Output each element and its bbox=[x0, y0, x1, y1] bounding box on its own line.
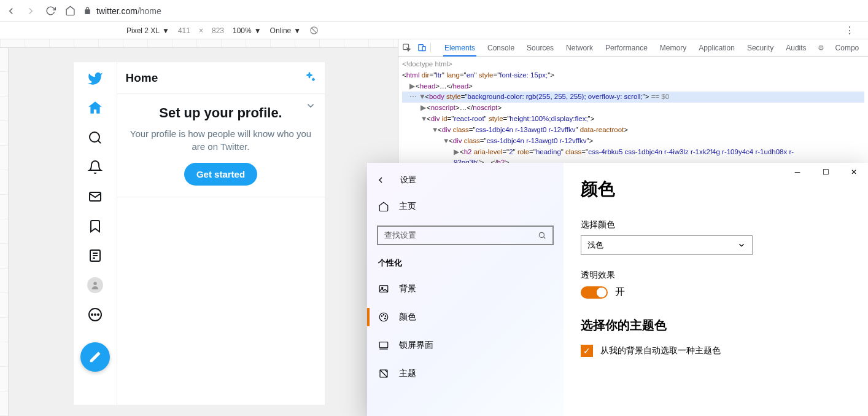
svg-point-11 bbox=[91, 314, 93, 315]
avatar[interactable] bbox=[87, 277, 103, 293]
device-toggle-icon[interactable] bbox=[417, 43, 427, 52]
settings-title: 设置 bbox=[400, 175, 416, 186]
lock-icon bbox=[83, 7, 91, 15]
svg-rect-26 bbox=[379, 342, 388, 348]
settings-search[interactable]: 查找设置 bbox=[377, 226, 554, 245]
accent-auto-label: 从我的背景自动选取一种主题色 bbox=[600, 345, 721, 356]
svg-point-12 bbox=[95, 314, 96, 315]
get-started-button[interactable]: Get started bbox=[184, 163, 257, 186]
viewport-width[interactable]: 411 bbox=[178, 26, 190, 35]
tab-console[interactable]: Console bbox=[486, 44, 516, 52]
tab-memory[interactable]: Memory bbox=[659, 44, 688, 52]
viewport-height[interactable]: 823 bbox=[212, 26, 224, 35]
transparency-label: 透明效果 bbox=[581, 270, 851, 281]
lockscreen-icon bbox=[378, 340, 389, 351]
svg-point-24 bbox=[385, 316, 386, 317]
settings-sidebar: 设置 主页 查找设置 个性化 背景 颜色 锁屏界面 主题 bbox=[367, 163, 564, 416]
close-button[interactable]: ✕ bbox=[840, 163, 868, 181]
bookmark-icon[interactable] bbox=[87, 218, 103, 234]
browser-toolbar: twitter.com/home bbox=[0, 0, 868, 22]
inspect-icon[interactable] bbox=[402, 43, 411, 52]
twitter-logo-icon[interactable] bbox=[87, 71, 103, 87]
settings-content: ─ ☐ ✕ 颜色 选择颜色 浅色 透明效果 开 选择你的主题色 ✓ 从我的背景自… bbox=[564, 163, 868, 416]
page-title: Home bbox=[126, 71, 158, 85]
theme-icon bbox=[378, 368, 389, 379]
bell-icon[interactable] bbox=[87, 159, 103, 175]
svg-rect-16 bbox=[422, 47, 425, 51]
back-button[interactable] bbox=[5, 5, 17, 17]
device-select[interactable]: Pixel 2 XL ▼ bbox=[126, 26, 169, 35]
svg-line-3 bbox=[98, 141, 100, 143]
chevron-down-icon[interactable] bbox=[305, 100, 316, 111]
svg-point-22 bbox=[381, 316, 382, 317]
ruler-left bbox=[0, 48, 9, 416]
twitter-nav-rail bbox=[74, 62, 117, 405]
maximize-button[interactable]: ☐ bbox=[812, 163, 840, 181]
kebab-icon[interactable]: ⋮ bbox=[845, 25, 854, 36]
tab-elements[interactable]: Elements bbox=[443, 44, 476, 57]
sidebar-home[interactable]: 主页 bbox=[367, 192, 564, 221]
svg-point-17 bbox=[539, 232, 544, 237]
palette-icon bbox=[378, 312, 389, 323]
tab-application[interactable]: Application bbox=[697, 44, 736, 52]
svg-point-2 bbox=[90, 132, 99, 142]
sidebar-item-background[interactable]: 背景 bbox=[367, 275, 564, 303]
accent-auto-checkbox[interactable]: ✓ bbox=[581, 345, 593, 357]
devtools-tabs: Elements Console Sources Network Perform… bbox=[398, 39, 868, 57]
search-placeholder: 查找设置 bbox=[384, 230, 416, 241]
card-title: Set up your profile. bbox=[127, 105, 315, 121]
sidebar-item-lockscreen[interactable]: 锁屏界面 bbox=[367, 331, 564, 359]
svg-point-23 bbox=[383, 315, 384, 316]
search-icon[interactable] bbox=[87, 130, 103, 146]
svg-point-9 bbox=[93, 282, 96, 285]
twitter-header: Home bbox=[117, 62, 325, 94]
search-icon bbox=[538, 231, 546, 240]
tab-audits[interactable]: Audits bbox=[785, 44, 807, 52]
section-label: 个性化 bbox=[367, 254, 564, 275]
tab-performance[interactable]: Performance bbox=[604, 44, 649, 52]
svg-point-25 bbox=[385, 318, 386, 320]
zoom-select[interactable]: 100% ▼ bbox=[233, 26, 262, 35]
compose-button[interactable] bbox=[80, 342, 110, 372]
home-button[interactable] bbox=[64, 5, 76, 17]
url-path: /home bbox=[138, 6, 161, 16]
url-host: twitter.com bbox=[96, 6, 138, 16]
minimize-button[interactable]: ─ bbox=[783, 163, 812, 181]
home-outline-icon bbox=[378, 201, 389, 212]
ruler-top bbox=[0, 39, 398, 48]
choose-color-label: 选择颜色 bbox=[581, 219, 851, 230]
throttling-select[interactable]: Online ▼ bbox=[270, 26, 301, 35]
mail-icon[interactable] bbox=[87, 189, 103, 205]
picture-icon bbox=[378, 283, 389, 294]
tab-security[interactable]: Security bbox=[746, 44, 775, 52]
svg-line-1 bbox=[311, 28, 317, 33]
toggle-state: 开 bbox=[615, 286, 625, 299]
more-icon[interactable] bbox=[87, 307, 103, 323]
twitter-app: Home Set up your profile. Your profile i… bbox=[73, 61, 325, 406]
rotate-icon[interactable] bbox=[309, 26, 319, 35]
chevron-down-icon bbox=[737, 241, 746, 249]
sidebar-item-themes[interactable]: 主题 bbox=[367, 359, 564, 388]
color-mode-select[interactable]: 浅色 bbox=[581, 235, 753, 255]
sparkle-icon[interactable] bbox=[303, 71, 316, 85]
settings-window: 设置 主页 查找设置 个性化 背景 颜色 锁屏界面 主题 ─ bbox=[367, 163, 868, 416]
home-icon[interactable] bbox=[87, 100, 103, 116]
svg-line-18 bbox=[543, 237, 545, 238]
devtools-device-bar: Pixel 2 XL ▼ 411 × 823 100% ▼ Online ▼ ⋮ bbox=[0, 22, 868, 39]
viewport-x: × bbox=[199, 26, 203, 35]
forward-button[interactable] bbox=[25, 5, 37, 17]
card-text: Your profile is how people will know who… bbox=[127, 127, 315, 153]
mobile-viewport: Home Set up your profile. Your profile i… bbox=[0, 39, 398, 416]
lists-icon[interactable] bbox=[87, 248, 103, 264]
tab-sources[interactable]: Sources bbox=[525, 44, 555, 52]
tab-network[interactable]: Network bbox=[565, 44, 594, 52]
svg-point-13 bbox=[98, 314, 99, 315]
setup-profile-card: Set up your profile. Your profile is how… bbox=[117, 94, 325, 197]
tab-overflow[interactable]: Compo bbox=[834, 44, 861, 52]
transparency-toggle[interactable] bbox=[581, 286, 608, 299]
back-icon[interactable] bbox=[376, 175, 386, 185]
accent-heading: 选择你的主题色 bbox=[581, 317, 851, 334]
sidebar-item-colors[interactable]: 颜色 bbox=[367, 303, 564, 331]
address-bar[interactable]: twitter.com/home bbox=[83, 6, 863, 16]
reload-button[interactable] bbox=[44, 5, 56, 17]
